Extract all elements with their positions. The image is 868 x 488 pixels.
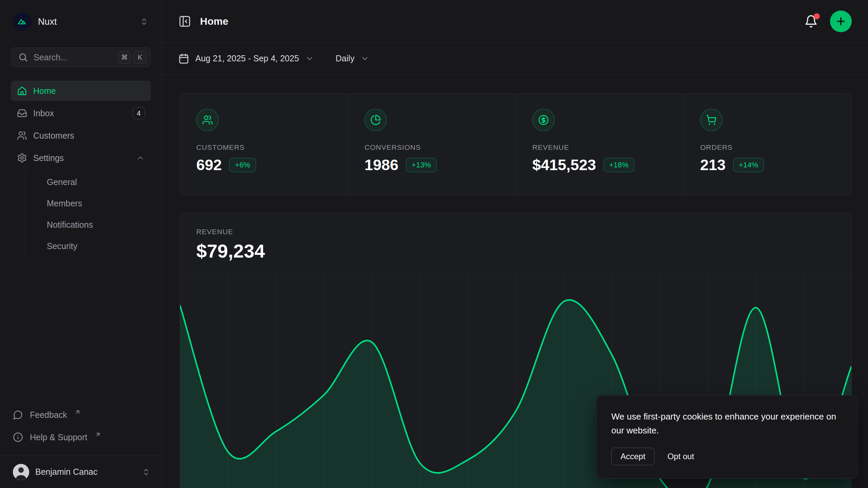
kbd-k: K <box>134 51 146 64</box>
info-circle-icon <box>13 432 23 442</box>
stat-label: CUSTOMERS <box>196 143 332 151</box>
stat-label: ORDERS <box>700 143 835 151</box>
add-button[interactable] <box>830 11 852 32</box>
chat-bubble-icon <box>13 410 23 420</box>
sidebar-switcher-icon[interactable] <box>139 17 149 26</box>
date-range-picker[interactable]: Aug 21, 2025 - Sep 4, 2025 <box>178 53 314 64</box>
stats-row: CUSTOMERS 692 +6% CONVERSIONS 1986 +13% <box>180 94 852 196</box>
external-link-icon <box>95 431 101 438</box>
stat-value: 213 <box>700 156 726 174</box>
feedback-label: Feedback <box>30 410 67 420</box>
sidebar-item-inbox[interactable]: Inbox 4 <box>11 103 151 123</box>
stat-card-customers[interactable]: CUSTOMERS 692 +6% <box>180 94 348 195</box>
stat-delta-badge: +18% <box>604 158 634 172</box>
sidebar-nav: Home Inbox 4 Customers <box>11 81 151 257</box>
date-range-label: Aug 21, 2025 - Sep 4, 2025 <box>195 54 299 63</box>
page-title: Home <box>200 16 228 27</box>
shopping-cart-icon <box>700 109 723 131</box>
sidebar-item-settings[interactable]: Settings <box>11 148 151 168</box>
notifications-button[interactable] <box>802 13 820 30</box>
sidebar-footer: Feedback Help & Support <box>0 405 162 455</box>
stat-card-conversions[interactable]: CONVERSIONS 1986 +13% <box>348 94 516 195</box>
stat-label: CONVERSIONS <box>364 143 499 151</box>
sidebar-item-customers[interactable]: Customers <box>11 125 151 146</box>
collapse-sidebar-icon[interactable] <box>178 15 191 28</box>
users-icon <box>196 109 219 131</box>
optout-cookies-button[interactable]: Opt out <box>666 448 695 465</box>
cookie-banner: We use first-party cookies to enhance yo… <box>596 395 858 479</box>
inbox-count-badge: 4 <box>133 107 145 119</box>
stat-card-orders[interactable]: ORDERS 213 +14% <box>684 94 851 195</box>
stat-label: REVENUE <box>532 143 667 151</box>
sidebar: Nuxt Search... ⌘ K <box>0 0 162 488</box>
avatar <box>13 464 29 480</box>
user-menu[interactable]: Benjamin Canac <box>0 455 162 488</box>
granularity-select[interactable]: Daily <box>336 54 370 63</box>
search-icon <box>18 52 28 62</box>
stat-value: 1986 <box>364 156 398 174</box>
help-support-label: Help & Support <box>30 432 87 442</box>
help-support-link[interactable]: Help & Support <box>13 428 149 447</box>
chevron-down-icon <box>305 54 314 63</box>
sidebar-item-label: Inbox <box>33 108 126 118</box>
accept-cookies-button[interactable]: Accept <box>611 448 654 465</box>
sidebar-item-general[interactable]: General <box>26 171 151 193</box>
sidebar-item-home[interactable]: Home <box>11 81 151 101</box>
dollar-circle-icon <box>532 109 555 131</box>
toolbar: Aug 21, 2025 - Sep 4, 2025 Daily <box>162 43 868 75</box>
stat-delta-badge: +6% <box>229 158 256 172</box>
chevron-down-icon <box>360 54 369 63</box>
revenue-panel-label: REVENUE <box>196 228 835 236</box>
stat-value: $415,523 <box>532 156 596 174</box>
stat-delta-badge: +14% <box>733 158 764 172</box>
inbox-icon <box>17 108 27 118</box>
kbd-cmd: ⌘ <box>118 51 131 64</box>
cookie-message: We use first-party cookies to enhance yo… <box>611 410 843 438</box>
sidebar-item-label: Home <box>33 86 56 96</box>
sidebar-item-notifications[interactable]: Notifications <box>26 214 151 236</box>
revenue-panel-value: $79,234 <box>196 240 835 262</box>
sidebar-item-label: Settings <box>33 153 130 163</box>
gear-icon <box>17 153 27 163</box>
search-placeholder: Search... <box>34 53 113 62</box>
feedback-link[interactable]: Feedback <box>13 405 149 424</box>
brand-name: Nuxt <box>38 17 57 27</box>
sidebar-item-label: Customers <box>33 131 74 141</box>
calendar-icon <box>178 53 189 64</box>
granularity-label: Daily <box>336 54 355 63</box>
search-input[interactable]: Search... ⌘ K <box>11 47 151 67</box>
home-icon <box>17 86 27 96</box>
nuxt-logo-icon <box>13 12 32 31</box>
stat-delta-badge: +13% <box>406 158 437 172</box>
app-root: Nuxt Search... ⌘ K <box>0 0 868 488</box>
user-menu-chevrons-icon <box>141 467 151 477</box>
external-link-icon <box>75 409 81 415</box>
sidebar-item-security[interactable]: Security <box>26 236 151 257</box>
user-name: Benjamin Canac <box>35 467 135 477</box>
brand[interactable]: Nuxt <box>13 12 57 31</box>
chevron-up-icon <box>136 154 145 162</box>
pie-chart-icon <box>364 109 387 131</box>
page-header: Home <box>162 0 868 43</box>
stat-card-revenue[interactable]: REVENUE $415,523 +18% <box>516 94 684 195</box>
settings-subnav: General Members Notifications Security <box>25 171 151 257</box>
notification-dot <box>814 13 820 19</box>
plus-icon <box>835 16 847 27</box>
stat-value: 692 <box>196 156 222 174</box>
sidebar-item-members[interactable]: Members <box>26 193 151 214</box>
users-icon <box>17 130 27 141</box>
